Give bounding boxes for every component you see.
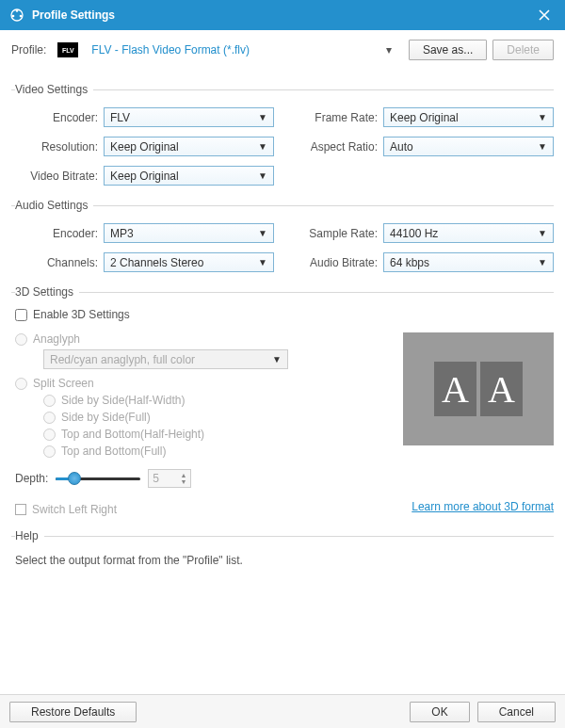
cancel-button[interactable]: Cancel [477, 702, 556, 722]
sample-rate-label: Sample Rate: [291, 227, 378, 240]
chevron-down-icon: ▼ [258, 170, 267, 181]
depth-label: Depth: [15, 472, 48, 485]
frame-rate-label: Frame Rate: [291, 111, 378, 124]
preview-letter-left: A [434, 362, 476, 416]
enable-3d-label: Enable 3D Settings [33, 308, 130, 321]
learn-3d-link[interactable]: Learn more about 3D format [412, 500, 554, 513]
preview-letter-right: A [480, 362, 523, 416]
chevron-down-icon: ▼ [538, 112, 547, 122]
resolution-label: Resolution: [11, 140, 98, 154]
audio-encoder-label: Encoder: [11, 227, 98, 240]
anaglyph-radio: Anaglyph [15, 332, 386, 346]
profile-dropdown[interactable]: FLV - Flash Video Format (*.flv) ▾ [88, 41, 403, 58]
3d-settings-group: 3D Settings Enable 3D Settings Anaglyph … [11, 285, 554, 516]
audio-encoder-dropdown[interactable]: MP3▼ [104, 223, 274, 243]
audio-bitrate-label: Audio Bitrate: [291, 256, 378, 269]
svg-point-3 [12, 15, 15, 18]
video-encoder-label: Encoder: [11, 111, 98, 124]
enable-3d-checkbox[interactable]: Enable 3D Settings [15, 308, 554, 321]
help-legend: Help [15, 529, 44, 542]
chevron-down-icon: ▼ [538, 257, 547, 267]
3d-preview: A A [403, 332, 554, 445]
aspect-ratio-label: Aspect Ratio: [291, 140, 378, 154]
split-label: Split Screen [33, 377, 94, 390]
titlebar: Profile Settings [0, 0, 565, 30]
enable-3d-input[interactable] [15, 309, 27, 321]
profile-row: Profile: FLV FLV - Flash Video Format (*… [0, 30, 565, 70]
chevron-down-icon: ▼ [538, 228, 547, 238]
tb-full-radio: Top and Bottom(Full) [43, 445, 386, 458]
chevron-down-icon: ▼ [258, 112, 267, 122]
channels-label: Channels: [11, 256, 98, 269]
tb-half-radio: Top and Bottom(Half-Height) [43, 428, 386, 441]
ok-button[interactable]: OK [410, 702, 469, 722]
chevron-down-icon: ▾ [386, 43, 392, 57]
chevron-down-icon: ▼ [258, 257, 267, 267]
3d-legend: 3D Settings [15, 285, 79, 299]
audio-settings-group: Audio Settings Encoder: MP3▼ Sample Rate… [11, 199, 554, 272]
sample-rate-dropdown[interactable]: 44100 Hz▼ [383, 223, 554, 243]
profile-value: FLV - Flash Video Format (*.flv) [91, 43, 250, 57]
svg-point-1 [16, 9, 19, 12]
audio-legend: Audio Settings [15, 199, 93, 212]
switch-checkbox-icon [15, 504, 26, 515]
delete-button[interactable]: Delete [492, 40, 554, 60]
slider-thumb [68, 472, 81, 485]
video-bitrate-dropdown[interactable]: Keep Original▼ [104, 166, 274, 186]
svg-point-2 [20, 15, 23, 18]
depth-slider [56, 472, 140, 485]
flv-format-icon: FLV [57, 42, 78, 57]
anaglyph-input [15, 333, 27, 346]
profile-label: Profile: [11, 43, 46, 57]
video-legend: Video Settings [15, 83, 93, 96]
frame-rate-dropdown[interactable]: Keep Original▼ [383, 107, 554, 127]
video-encoder-dropdown[interactable]: FLV▼ [104, 107, 274, 127]
save-as-button[interactable]: Save as... [409, 40, 487, 60]
video-settings-group: Video Settings Encoder: FLV▼ Frame Rate:… [11, 83, 554, 186]
restore-defaults-button[interactable]: Restore Defaults [9, 702, 137, 722]
sbs-full-radio: Side by Side(Full) [43, 411, 386, 424]
split-input [15, 378, 27, 390]
close-icon[interactable] [533, 4, 556, 26]
footer: Restore Defaults OK Cancel [0, 694, 565, 728]
help-text: Select the output format from the "Profi… [11, 548, 554, 573]
channels-dropdown[interactable]: 2 Channels Stereo▼ [104, 252, 274, 272]
chevron-down-icon: ▼ [258, 141, 267, 152]
depth-spinner: 5 ▲▼ [148, 469, 191, 488]
aspect-ratio-dropdown[interactable]: Auto▼ [383, 137, 554, 156]
resolution-dropdown[interactable]: Keep Original▼ [104, 137, 274, 156]
chevron-down-icon: ▼ [258, 228, 267, 238]
spinner-arrows-icon: ▲▼ [180, 472, 186, 485]
switch-label: Switch Left Right [32, 503, 117, 516]
window-title: Profile Settings [32, 8, 115, 22]
anaglyph-label: Anaglyph [33, 332, 80, 346]
sbs-half-radio: Side by Side(Half-Width) [43, 394, 386, 407]
chevron-down-icon: ▼ [272, 354, 282, 364]
chevron-down-icon: ▼ [538, 141, 547, 152]
video-bitrate-label: Video Bitrate: [11, 170, 98, 183]
split-screen-radio: Split Screen [15, 377, 386, 390]
help-group: Help Select the output format from the "… [11, 529, 554, 573]
anaglyph-mode-dropdown: Red/cyan anaglyph, full color▼ [43, 349, 288, 369]
switch-left-right: Switch Left Right [15, 503, 117, 516]
audio-bitrate-dropdown[interactable]: 64 kbps▼ [383, 252, 554, 272]
app-icon [9, 8, 24, 23]
